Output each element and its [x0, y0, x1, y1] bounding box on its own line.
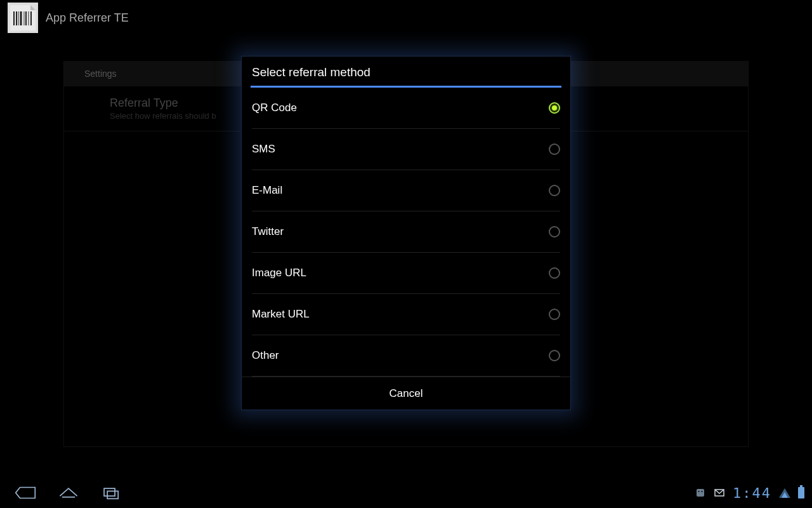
radio-icon [549, 267, 560, 279]
wifi-icon [779, 488, 790, 498]
radio-icon [549, 309, 560, 320]
option-e-mail[interactable]: E-Mail [252, 170, 560, 211]
status-tray[interactable]: 1:44 [695, 485, 804, 501]
svg-rect-12 [107, 491, 118, 498]
gmail-icon [714, 487, 725, 498]
cancel-button[interactable]: Cancel [242, 377, 570, 410]
recent-apps-button[interactable] [99, 480, 124, 505]
option-label: QR Code [252, 102, 297, 114]
radio-icon [549, 102, 560, 114]
radio-icon [549, 350, 560, 361]
radio-icon [549, 185, 560, 196]
option-twitter[interactable]: Twitter [252, 211, 560, 253]
clock: 1:44 [733, 485, 771, 501]
option-qr-code[interactable]: QR Code [252, 88, 560, 129]
usb-debug-icon [695, 487, 706, 498]
dialog-title: Select referral method [242, 57, 570, 86]
svg-point-14 [698, 491, 700, 492]
option-market-url[interactable]: Market URL [252, 294, 560, 335]
select-referral-dialog: Select referral method QR CodeSMSE-MailT… [241, 56, 571, 410]
option-label: Market URL [252, 308, 310, 321]
system-navbar: 1:44 [0, 478, 812, 508]
option-sms[interactable]: SMS [252, 129, 560, 170]
nav-left [13, 480, 124, 505]
svg-rect-11 [104, 488, 115, 496]
home-button[interactable] [56, 480, 81, 505]
option-label: Other [252, 349, 279, 362]
radio-icon [549, 226, 560, 237]
battery-icon [798, 487, 804, 498]
back-button[interactable] [13, 480, 38, 505]
option-label: E-Mail [252, 184, 282, 197]
option-label: Image URL [252, 267, 306, 279]
option-image-url[interactable]: Image URL [252, 253, 560, 294]
option-other[interactable]: Other [252, 335, 560, 377]
dialog-backdrop: Select referral method QR CodeSMSE-MailT… [0, 0, 812, 508]
option-label: SMS [252, 143, 275, 156]
svg-rect-13 [697, 489, 704, 497]
radio-icon [549, 144, 560, 155]
option-label: Twitter [252, 225, 284, 238]
svg-point-15 [702, 491, 703, 492]
